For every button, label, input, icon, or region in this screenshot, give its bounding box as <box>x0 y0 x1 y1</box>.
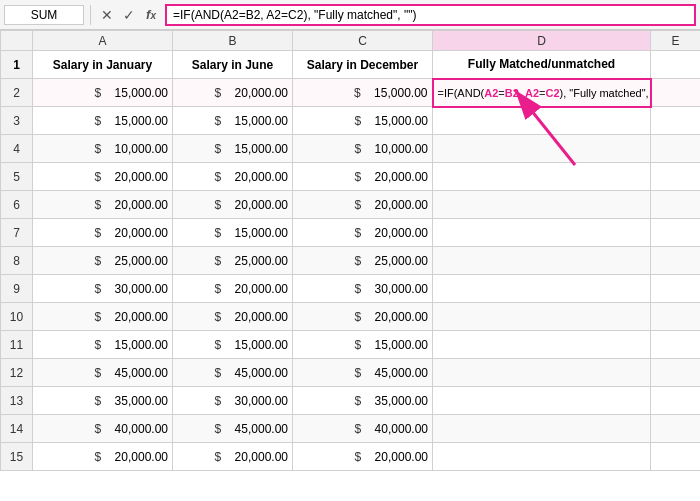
cell-c14[interactable]: $40,000.00 <box>293 415 433 443</box>
formula-bar-divider <box>90 5 91 25</box>
cell-b14[interactable]: $45,000.00 <box>173 415 293 443</box>
cell-c8[interactable]: $25,000.00 <box>293 247 433 275</box>
cell-a12[interactable]: $45,000.00 <box>33 359 173 387</box>
cell-c12[interactable]: $45,000.00 <box>293 359 433 387</box>
row-num-3: 3 <box>1 107 33 135</box>
cell-a14[interactable]: $40,000.00 <box>33 415 173 443</box>
cell-b4[interactable]: $15,000.00 <box>173 135 293 163</box>
row-num-11: 11 <box>1 331 33 359</box>
row-15: 15 $20,000.00 $20,000.00 $20,000.00 <box>1 443 701 471</box>
cell-e13 <box>651 387 701 415</box>
row-2: 2 $15,000.00 $20,000.00 $15,000.00 =IF(A… <box>1 79 701 107</box>
cell-d8[interactable] <box>433 247 651 275</box>
cell-b8[interactable]: $25,000.00 <box>173 247 293 275</box>
cell-b5[interactable]: $20,000.00 <box>173 163 293 191</box>
cell-b6[interactable]: $20,000.00 <box>173 191 293 219</box>
cell-d13[interactable] <box>433 387 651 415</box>
cell-c10[interactable]: $20,000.00 <box>293 303 433 331</box>
cell-b9[interactable]: $20,000.00 <box>173 275 293 303</box>
cell-e8 <box>651 247 701 275</box>
cell-d5[interactable] <box>433 163 651 191</box>
cell-c2[interactable]: $15,000.00 <box>293 79 433 107</box>
cell-d10[interactable] <box>433 303 651 331</box>
cell-c4[interactable]: $10,000.00 <box>293 135 433 163</box>
cell-a3[interactable]: $15,000.00 <box>33 107 173 135</box>
cell-b15[interactable]: $20,000.00 <box>173 443 293 471</box>
cell-b11[interactable]: $15,000.00 <box>173 331 293 359</box>
cell-d3[interactable] <box>433 107 651 135</box>
cell-d4[interactable] <box>433 135 651 163</box>
cell-c1[interactable]: Salary in December <box>293 51 433 79</box>
cell-a10[interactable]: $20,000.00 <box>33 303 173 331</box>
cell-c5[interactable]: $20,000.00 <box>293 163 433 191</box>
cell-b1[interactable]: Salary in June <box>173 51 293 79</box>
cell-c13[interactable]: $35,000.00 <box>293 387 433 415</box>
cell-b7[interactable]: $15,000.00 <box>173 219 293 247</box>
cell-d9[interactable] <box>433 275 651 303</box>
row-8: 8 $25,000.00 $25,000.00 $25,000.00 <box>1 247 701 275</box>
cell-a8[interactable]: $25,000.00 <box>33 247 173 275</box>
cell-a5[interactable]: $20,000.00 <box>33 163 173 191</box>
row-13: 13 $35,000.00 $30,000.00 $35,000.00 <box>1 387 701 415</box>
cell-a2[interactable]: $15,000.00 <box>33 79 173 107</box>
cell-a15[interactable]: $20,000.00 <box>33 443 173 471</box>
col-header-e[interactable]: E <box>651 31 701 51</box>
cell-a1[interactable]: Salary in January <box>33 51 173 79</box>
cell-c3[interactable]: $15,000.00 <box>293 107 433 135</box>
cell-d6[interactable] <box>433 191 651 219</box>
row-num-9: 9 <box>1 275 33 303</box>
row-num-4: 4 <box>1 135 33 163</box>
row-9: 9 $30,000.00 $20,000.00 $30,000.00 <box>1 275 701 303</box>
col-header-b[interactable]: B <box>173 31 293 51</box>
row-num-13: 13 <box>1 387 33 415</box>
col-header-a[interactable]: A <box>33 31 173 51</box>
cell-e14 <box>651 415 701 443</box>
confirm-icon[interactable]: ✓ <box>119 7 139 23</box>
cell-e7 <box>651 219 701 247</box>
cell-d12[interactable] <box>433 359 651 387</box>
cell-b10[interactable]: $20,000.00 <box>173 303 293 331</box>
row-12: 12 $45,000.00 $45,000.00 $45,000.00 <box>1 359 701 387</box>
cell-b12[interactable]: $45,000.00 <box>173 359 293 387</box>
row-num-14: 14 <box>1 415 33 443</box>
row-num-7: 7 <box>1 219 33 247</box>
cell-b2[interactable]: $20,000.00 <box>173 79 293 107</box>
cell-b13[interactable]: $30,000.00 <box>173 387 293 415</box>
col-header-c[interactable]: C <box>293 31 433 51</box>
cell-d15[interactable] <box>433 443 651 471</box>
cell-a4[interactable]: $10,000.00 <box>33 135 173 163</box>
cell-e3 <box>651 107 701 135</box>
col-header-d[interactable]: D <box>433 31 651 51</box>
cell-a7[interactable]: $20,000.00 <box>33 219 173 247</box>
cell-d2[interactable]: =IF(AND(A2=B2, A2=C2), "Fully matched", … <box>433 79 651 107</box>
row-4: 4 $10,000.00 $15,000.00 $10,000.00 <box>1 135 701 163</box>
cell-e12 <box>651 359 701 387</box>
cell-e1 <box>651 51 701 79</box>
cell-d1[interactable]: Fully Matched/unmatched <box>433 51 651 79</box>
cell-a11[interactable]: $15,000.00 <box>33 331 173 359</box>
grid-table: A B C D E 1 Salary in January Salary in … <box>0 30 700 471</box>
cancel-icon[interactable]: ✕ <box>97 7 117 23</box>
cell-a9[interactable]: $30,000.00 <box>33 275 173 303</box>
cell-e15 <box>651 443 701 471</box>
cell-c6[interactable]: $20,000.00 <box>293 191 433 219</box>
cell-d11[interactable] <box>433 331 651 359</box>
name-box[interactable]: SUM <box>4 5 84 25</box>
cell-a6[interactable]: $20,000.00 <box>33 191 173 219</box>
cell-b3[interactable]: $15,000.00 <box>173 107 293 135</box>
formula-bar: SUM ✕ ✓ fx <box>0 0 700 30</box>
row-num-8: 8 <box>1 247 33 275</box>
formula-input[interactable] <box>165 4 696 26</box>
cell-e11 <box>651 331 701 359</box>
cell-c7[interactable]: $20,000.00 <box>293 219 433 247</box>
cell-c11[interactable]: $15,000.00 <box>293 331 433 359</box>
cell-d14[interactable] <box>433 415 651 443</box>
row-14: 14 $40,000.00 $45,000.00 $40,000.00 <box>1 415 701 443</box>
cell-e5 <box>651 163 701 191</box>
cell-c15[interactable]: $20,000.00 <box>293 443 433 471</box>
fx-icon[interactable]: fx <box>141 7 161 22</box>
cell-d7[interactable] <box>433 219 651 247</box>
cell-c9[interactable]: $30,000.00 <box>293 275 433 303</box>
row-3: 3 $15,000.00 $15,000.00 $15,000.00 <box>1 107 701 135</box>
cell-a13[interactable]: $35,000.00 <box>33 387 173 415</box>
